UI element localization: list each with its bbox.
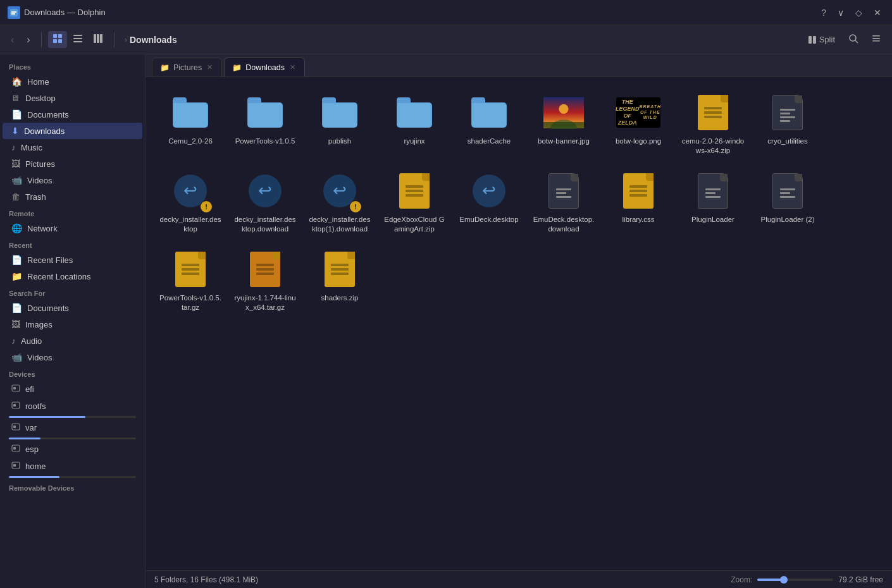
sidebar-item-home[interactable]: 🏠 Home (3, 73, 142, 90)
tab-downloads-icon: 📁 (232, 63, 242, 72)
menu-button[interactable] (867, 31, 886, 49)
sidebar-section-remote: Remote (0, 205, 145, 220)
sidebar-device-rootfs[interactable]: rootfs (3, 398, 142, 415)
file-item-emudeck-dl[interactable]: EmuDeck.desktop.download (529, 166, 598, 239)
file-item-pluginloader2[interactable]: PluginLoader (2) (753, 166, 822, 239)
sidebar-item-recent-locations[interactable]: 📁 Recent Locations (3, 268, 142, 285)
tab-pictures-close[interactable]: ✕ (206, 63, 214, 71)
sidebar-item-music[interactable]: ♪ Music (3, 139, 142, 156)
file-item-powertools[interactable]: PowerTools-v1.0.5 (230, 87, 300, 161)
sidebar-search-videos[interactable]: 📹 Videos (3, 349, 142, 365)
file-item-cemu-zip[interactable]: cemu-2.0-26-windows-x64.zip (678, 87, 748, 161)
file-item-library[interactable]: library.css (604, 166, 673, 239)
sidebar-item-downloads[interactable]: ⬇ Downloads (3, 123, 142, 139)
toolbar-separator-2 (114, 32, 115, 47)
search-videos-icon: 📹 (11, 352, 22, 362)
file-item-publish[interactable]: publish (305, 87, 375, 161)
sidebar-item-network-label: Network (27, 224, 58, 233)
view-icons-button[interactable] (48, 31, 67, 48)
close-button[interactable]: ✕ (870, 6, 884, 19)
file-name-edgexbox: EdgeXboxCloud GamingArt.zip (383, 215, 446, 234)
file-area: 📁 Pictures ✕ 📁 Downloads ✕ (146, 54, 892, 588)
sidebar-search-images[interactable]: 🖼 Images (3, 316, 142, 333)
file-name-pluginloader2: PluginLoader (2) (760, 215, 814, 224)
sidebar-search-images-label: Images (25, 320, 53, 329)
file-item-ryujinx[interactable]: ryujinx (380, 87, 449, 161)
rootfs-progress-fill (9, 416, 85, 418)
file-icon-shadercache (469, 92, 509, 133)
sidebar-device-esp-label: esp (25, 444, 39, 454)
help-button[interactable]: ? (818, 6, 829, 19)
forward-button[interactable]: › (22, 32, 34, 48)
sidebar-search-audio[interactable]: ♪ Audio (3, 333, 142, 349)
file-name-library: library.css (623, 215, 655, 224)
sidebar-section-places: Places (0, 58, 145, 73)
view-list-button[interactable] (68, 31, 87, 48)
sidebar-item-videos[interactable]: 📹 Videos (3, 172, 142, 188)
drive-esp-icon (11, 444, 20, 455)
breadcrumb-current[interactable]: Downloads (130, 35, 177, 45)
tab-downloads[interactable]: 📁 Downloads ✕ (224, 58, 305, 77)
file-item-ryujinx-tar[interactable]: ryujinx-1.1.744-linux_x64.tar.gz (230, 244, 300, 317)
sidebar-device-var-label: var (25, 423, 37, 432)
drive-rootfs-icon (11, 401, 20, 412)
file-item-botw-banner[interactable]: botw-banner.jpg (529, 87, 598, 161)
sidebar-item-desktop[interactable]: 🖥 Desktop (3, 90, 142, 106)
file-item-botw-logo[interactable]: THE LEGEND OFZELDABREATH OF THE WILD bot… (604, 87, 673, 161)
sidebar-item-videos-label: Videos (27, 176, 53, 185)
file-item-shaders-zip[interactable]: shaders.zip (305, 244, 375, 317)
file-item-pluginloader[interactable]: PluginLoader (678, 166, 748, 239)
svg-rect-1 (11, 11, 16, 13)
search-button[interactable] (844, 31, 863, 49)
tab-pictures-label: Pictures (173, 63, 202, 72)
file-item-cryo[interactable]: cryo_utilities (753, 87, 822, 161)
file-item-cemu[interactable]: Cemu_2.0-26 (156, 87, 225, 161)
file-item-emudeck[interactable]: ↩ EmuDeck.desktop (454, 166, 524, 239)
svg-rect-33 (543, 122, 584, 128)
file-item-shadercache[interactable]: shaderCache (454, 87, 524, 161)
file-icon-emudeck-dl (543, 171, 584, 211)
file-name-decky1: decky_installer.desktop (159, 215, 222, 234)
zoom-slider[interactable] (757, 579, 833, 581)
svg-rect-13 (808, 36, 812, 44)
sidebar-item-network[interactable]: 🌐 Network (3, 220, 142, 236)
sidebar-device-rootfs-label: rootfs (25, 401, 46, 411)
file-item-decky3[interactable]: ↩ ! decky_installer.desktop(1).download (305, 166, 375, 239)
sidebar-section-removable: Removable Devices (0, 479, 145, 494)
sidebar-device-home[interactable]: home (3, 458, 142, 475)
sidebar-device-var[interactable]: var (3, 419, 142, 436)
sidebar-item-recent-files[interactable]: 📄 Recent Files (3, 252, 142, 268)
sidebar-device-esp[interactable]: esp (3, 441, 142, 458)
tab-pictures[interactable]: 📁 Pictures ✕ (152, 58, 222, 77)
file-icon-emudeck: ↩ (469, 171, 509, 211)
tab-downloads-close[interactable]: ✕ (288, 63, 297, 71)
music-icon: ♪ (11, 142, 16, 152)
svg-rect-29 (13, 464, 16, 467)
split-button[interactable]: Split (803, 32, 840, 47)
sidebar-item-documents[interactable]: 📄 Documents (3, 106, 142, 123)
view-columns-button[interactable] (89, 31, 108, 48)
file-item-decky1[interactable]: ↩ ! decky_installer.desktop (156, 166, 225, 239)
float-button[interactable]: ◇ (852, 6, 865, 19)
file-name-powertools: PowerTools-v1.0.5 (235, 137, 295, 146)
zelda-logo-preview: THE LEGEND OFZELDABREATH OF THE WILD (616, 97, 660, 128)
file-item-edgexbox[interactable]: EdgeXboxCloud GamingArt.zip (380, 166, 449, 239)
sidebar-item-trash[interactable]: 🗑 Trash (3, 188, 142, 205)
sidebar-search-documents[interactable]: 📄 Documents (3, 300, 142, 316)
file-name-ryujinx: ryujinx (404, 137, 424, 146)
svg-rect-7 (73, 35, 82, 36)
toolbar-right: Split (803, 31, 886, 49)
svg-point-32 (559, 104, 568, 114)
sidebar-section-devices: Devices (0, 365, 145, 381)
tabs-bar: 📁 Pictures ✕ 📁 Downloads ✕ (146, 54, 892, 77)
var-progress-fill (9, 438, 40, 439)
file-item-decky2[interactable]: ↩ decky_installer.desktop.download (230, 166, 300, 239)
file-name-cemu: Cemu_2.0-26 (168, 137, 213, 146)
file-item-powertools-tar[interactable]: PowerTools-v1.0.5.tar.gz (156, 244, 225, 317)
svg-rect-18 (872, 38, 880, 39)
sidebar-item-pictures[interactable]: 🖼 Pictures (3, 156, 142, 172)
back-button[interactable]: ‹ (6, 32, 18, 48)
expand-button[interactable]: ∨ (834, 6, 847, 19)
sidebar-device-efi[interactable]: efi (3, 381, 142, 398)
pluginloader2-icon (772, 173, 803, 209)
